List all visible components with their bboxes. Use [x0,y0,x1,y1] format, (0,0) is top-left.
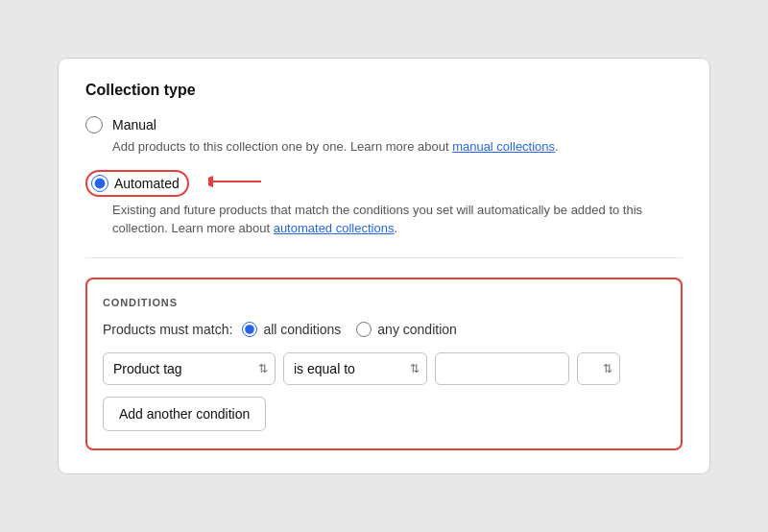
manual-collections-link[interactable]: manual collections [452,139,555,154]
manual-description: Add products to this collection one by o… [112,137,683,157]
match-row: Products must match: all conditions any … [103,322,665,337]
arrow-indicator [208,172,266,195]
automated-collections-link[interactable]: automated collections [274,221,395,235]
match-label: Products must match: [103,322,232,337]
conditions-label: CONDITIONS [103,297,665,308]
any-condition-radio[interactable] [356,322,372,337]
all-conditions-option[interactable]: all conditions [242,322,341,337]
value-input[interactable] [435,352,569,385]
manual-label[interactable]: Manual [112,117,156,133]
all-conditions-label: all conditions [263,322,341,337]
manual-radio[interactable] [85,116,103,133]
automated-label[interactable]: Automated [114,176,180,191]
condition-row: Product tag Product title Product type P… [103,352,665,385]
operator-wrapper: is equal to is not equal to contains doe… [283,352,427,385]
automated-description: Existing and future products that match … [112,201,683,238]
extra-select[interactable] [577,352,620,385]
product-tag-wrapper: Product tag Product title Product type P… [103,352,276,385]
any-condition-option[interactable]: any condition [356,322,457,337]
add-condition-button[interactable]: Add another condition [103,397,266,431]
product-tag-select[interactable]: Product tag Product title Product type P… [103,352,276,385]
conditions-box: CONDITIONS Products must match: all cond… [85,278,683,450]
section-title: Collection type [85,82,683,99]
divider [85,257,683,258]
any-condition-label: any condition [377,322,457,337]
collection-type-card: Collection type Manual Add products to t… [58,58,710,474]
match-radio-group: all conditions any condition [242,322,456,337]
all-conditions-radio[interactable] [242,322,257,337]
extra-wrapper [577,352,620,385]
automated-radio[interactable] [91,175,108,192]
collection-type-radio-group: Manual Add products to this collection o… [85,116,683,238]
operator-select[interactable]: is equal to is not equal to contains doe… [283,352,427,385]
manual-option: Manual Add products to this collection o… [85,116,683,157]
automated-option: Automated Existing and future prod [85,170,683,238]
automated-highlight: Automated [85,170,189,197]
